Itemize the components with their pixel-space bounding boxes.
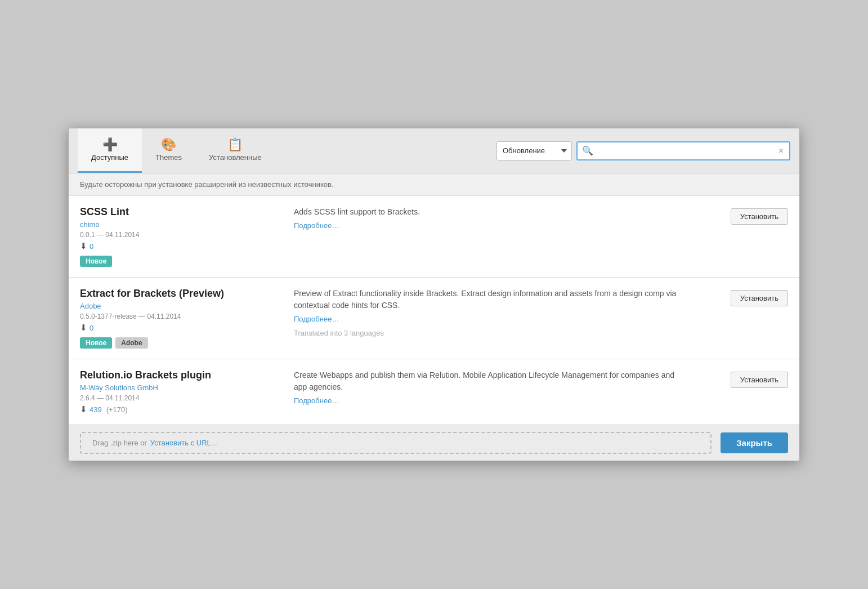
ext-downloads-scss: ⬇ 0 (80, 241, 283, 251)
ext-dl-count-relution: 439 (90, 405, 102, 414)
ext-tags-extract: Новое Adobe (80, 337, 283, 349)
ext-more-relution[interactable]: Подробнее… (294, 396, 681, 405)
ext-action-relution: Установить (715, 369, 788, 414)
url-install-link[interactable]: Установить с URL... (150, 439, 217, 447)
tab-installed-label: Установленные (209, 153, 262, 162)
ext-author-scss[interactable]: chimo (80, 220, 283, 229)
tab-installed[interactable]: 📋 Установленные (195, 128, 275, 173)
filter-select[interactable]: Обновление Всё Установленные (496, 141, 572, 160)
ext-left-extract: Extract for Brackets (Preview) Adobe 0.5… (80, 288, 294, 349)
ext-left-scss: SCSS Lint chimo 0.0.1 — 04.11.2014 ⬇ 0 Н… (80, 206, 294, 267)
ext-author-extract[interactable]: Adobe (80, 302, 283, 310)
tab-themes[interactable]: 🎨 Themes (142, 128, 195, 173)
close-button[interactable]: Закрыть (721, 432, 788, 453)
ext-left-relution: Relution.io Brackets plugin M-Way Soluti… (80, 369, 294, 414)
tag-adobe-extract: Adobe (115, 337, 147, 349)
search-wrap: 🔍 × (576, 141, 790, 160)
ext-action-scss: Установить (715, 206, 788, 267)
search-clear-button[interactable]: × (777, 146, 785, 156)
ext-action-extract: Установить (715, 288, 788, 349)
ext-dl-count-scss: 0 (90, 242, 93, 251)
ext-more-extract[interactable]: Подробнее… (294, 315, 681, 323)
dialog-header: ➕ Доступные 🎨 Themes 📋 Установленные Обн… (69, 128, 799, 173)
download-icon-extract: ⬇ (80, 323, 87, 333)
ext-downloads-relution: ⬇ 439 (+170) (80, 404, 283, 414)
download-icon-relution: ⬇ (80, 404, 87, 414)
ext-dl-count-extract: 0 (90, 324, 93, 332)
tab-available-label: Доступные (91, 153, 128, 162)
ext-name-relution: Relution.io Brackets plugin (80, 369, 283, 381)
extension-manager-dialog: ➕ Доступные 🎨 Themes 📋 Установленные Обн… (68, 128, 800, 461)
warning-text: Будьте осторожны при установке расширени… (80, 180, 334, 189)
ext-downloads-extract: ⬇ 0 (80, 323, 283, 333)
ext-name-scss: SCSS Lint (80, 206, 283, 218)
available-icon: ➕ (102, 139, 118, 151)
search-icon: 🔍 (582, 145, 593, 156)
install-button-extract[interactable]: Установить (731, 290, 788, 306)
ext-desc-extract: Preview of Extract functionality inside … (294, 288, 681, 311)
ext-desc-scss: Adds SCSS lint support to Brackets. (294, 206, 681, 218)
ext-right-relution: Create Webapps and publish them via Relu… (294, 369, 715, 414)
ext-right-extract: Preview of Extract functionality inside … (294, 288, 715, 349)
ext-translated-extract: Translated into 3 languages (294, 329, 681, 337)
tab-themes-label: Themes (155, 153, 182, 162)
tab-available[interactable]: ➕ Доступные (78, 128, 142, 173)
drop-zone[interactable]: Drag .zip here or Установить с URL... (80, 432, 712, 454)
ext-more-scss[interactable]: Подробнее… (294, 221, 681, 230)
warning-bar: Будьте осторожны при установке расширени… (69, 173, 799, 196)
ext-version-relution: 2.6.4 — 04.11.2014 (80, 394, 283, 402)
tag-new-extract: Новое (80, 337, 112, 349)
ext-right-scss: Adds SCSS lint support to Brackets. Подр… (294, 206, 715, 267)
ext-name-extract: Extract for Brackets (Preview) (80, 288, 283, 300)
download-icon-scss: ⬇ (80, 241, 87, 251)
search-input[interactable] (597, 146, 777, 155)
ext-version-scss: 0.0.1 — 04.11.2014 (80, 231, 283, 239)
ext-version-extract: 0.5.0-1377-release — 04.11.2014 (80, 313, 283, 320)
extension-item: Relution.io Brackets plugin M-Way Soluti… (69, 359, 799, 425)
installed-icon: 📋 (227, 139, 243, 151)
ext-tags-scss: Новое (80, 256, 283, 267)
install-button-scss[interactable]: Установить (731, 208, 788, 225)
tag-new-scss: Новое (80, 256, 112, 267)
ext-author-relution[interactable]: M-Way Solutions GmbH (80, 383, 283, 392)
dialog-footer: Drag .zip here or Установить с URL... За… (69, 425, 799, 461)
ext-dl-extra-relution: (+170) (106, 405, 128, 414)
drag-text: Drag .zip here or (92, 439, 147, 447)
install-button-relution[interactable]: Установить (731, 372, 788, 388)
extension-item: Extract for Brackets (Preview) Adobe 0.5… (69, 278, 799, 359)
extension-item: SCSS Lint chimo 0.0.1 — 04.11.2014 ⬇ 0 Н… (69, 196, 799, 278)
extension-list: SCSS Lint chimo 0.0.1 — 04.11.2014 ⬇ 0 Н… (69, 196, 799, 425)
ext-desc-relution: Create Webapps and publish them via Relu… (294, 369, 681, 393)
themes-icon: 🎨 (161, 139, 176, 151)
